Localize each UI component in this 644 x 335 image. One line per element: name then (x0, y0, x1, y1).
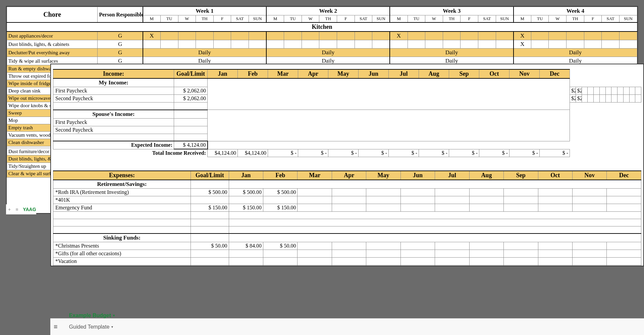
expense-month-cell[interactable] (366, 204, 400, 211)
expense-month-cell[interactable] (298, 258, 332, 265)
chore-cell[interactable] (372, 40, 390, 49)
expense-month-cell[interactable] (572, 258, 606, 265)
expense-row-label[interactable]: *Vacation (53, 258, 191, 265)
expense-month-cell[interactable] (298, 265, 332, 266)
chore-cell[interactable]: X (514, 40, 531, 49)
income-month-cell[interactable]: $2,062.00 (570, 87, 576, 95)
expense-month-cell[interactable] (607, 258, 641, 265)
expense-month-cell[interactable]: $ 150.00 (263, 204, 298, 211)
chore-cell[interactable] (584, 40, 602, 49)
expense-month-cell[interactable]: $ 500.00 (229, 188, 263, 196)
expense-month-cell[interactable] (366, 250, 400, 258)
expense-month-cell[interactable] (400, 196, 435, 204)
chore-cell[interactable] (443, 31, 461, 40)
income-month-cell[interactable] (611, 95, 618, 103)
expense-month-cell[interactable] (607, 242, 641, 250)
expense-month-cell[interactable] (504, 242, 538, 250)
income-month-cell[interactable] (618, 95, 624, 103)
expense-month-cell[interactable] (332, 204, 366, 211)
chore-cell[interactable] (531, 40, 549, 49)
chore-cell[interactable] (478, 40, 496, 49)
chore-cell[interactable] (337, 40, 355, 49)
expense-goal[interactable]: $ 500.00 (191, 188, 229, 196)
chore-cell[interactable] (602, 40, 620, 49)
chore-cell[interactable] (231, 40, 249, 49)
chore-daily[interactable]: Daily (266, 49, 390, 57)
expense-month-cell[interactable] (538, 258, 572, 265)
income-month-cell[interactable]: $2,062.00 (576, 95, 582, 103)
expense-month-cell[interactable] (332, 196, 366, 204)
chore-cell[interactable] (584, 31, 602, 40)
income-goal[interactable]: $ 2,062.00 (174, 87, 208, 95)
expense-goal[interactable] (191, 258, 229, 265)
chore-cell[interactable] (425, 40, 443, 49)
expense-month-cell[interactable] (435, 258, 469, 265)
chore-cell[interactable] (249, 40, 266, 49)
sheet-tab[interactable]: Guided Template ▾ (64, 321, 119, 333)
back-tab-active[interactable]: YAAG (23, 207, 36, 212)
expense-month-cell[interactable] (607, 250, 641, 258)
cell[interactable]: First Paycheck (53, 118, 174, 126)
expense-month-cell[interactable] (469, 265, 503, 266)
add-sheet-icon[interactable]: + (8, 207, 11, 212)
chore-name[interactable]: Dust blinds, lights, & cabinets (7, 40, 98, 49)
income-month-cell[interactable]: $2,062.00 (570, 95, 576, 103)
chore-cell[interactable] (213, 40, 231, 49)
chore-cell[interactable] (408, 40, 425, 49)
income-month-cell[interactable] (635, 87, 641, 95)
chore-cell[interactable] (619, 31, 637, 40)
chore-name[interactable]: Dust appliances/decor (7, 31, 98, 40)
expense-month-cell[interactable] (332, 258, 366, 265)
chore-cell[interactable] (337, 31, 355, 40)
expense-month-cell[interactable] (469, 258, 503, 265)
chore-daily[interactable]: Daily (390, 49, 513, 57)
chore-cell[interactable] (567, 40, 584, 49)
chore-cell[interactable] (372, 31, 390, 40)
expense-month-cell[interactable] (435, 250, 469, 258)
expense-row-label[interactable]: Annual Pet Checkup (53, 265, 191, 266)
income-goal[interactable]: $ 2,062.00 (174, 95, 208, 103)
chore-name[interactable]: Declutter/Put everything away (7, 49, 98, 57)
chore-cell[interactable] (355, 31, 372, 40)
expense-month-cell[interactable]: $ 50.00 (263, 242, 298, 250)
expense-month-cell[interactable] (504, 265, 538, 266)
expense-month-cell[interactable] (332, 242, 366, 250)
expense-month-cell[interactable] (469, 204, 503, 211)
chore-cell[interactable] (602, 31, 620, 40)
income-month-cell[interactable] (594, 87, 600, 95)
chore-cell[interactable] (160, 31, 178, 40)
expense-goal[interactable]: $ 17.00 (191, 265, 229, 266)
chore-cell[interactable] (143, 40, 161, 49)
expense-month-cell[interactable] (263, 258, 298, 265)
expense-month-cell[interactable] (504, 196, 538, 204)
expense-month-cell[interactable] (538, 204, 572, 211)
income-month-cell[interactable] (582, 95, 588, 103)
chore-cell[interactable]: X (514, 31, 531, 40)
expense-month-cell[interactable] (435, 196, 469, 204)
expense-month-cell[interactable] (607, 265, 641, 266)
expense-month-cell[interactable] (504, 204, 538, 211)
expense-row-label[interactable]: Emergency Fund (53, 204, 191, 211)
expense-month-cell[interactable] (400, 250, 435, 258)
chore-cell[interactable] (408, 31, 425, 40)
caret-down-icon[interactable]: ▾ (113, 314, 115, 317)
expense-month-cell[interactable]: $ 17.00 (263, 265, 298, 266)
chore-cell[interactable] (319, 40, 337, 49)
chore-cell[interactable] (178, 31, 196, 40)
chore-person[interactable]: G (98, 31, 143, 40)
income-month-cell[interactable] (635, 95, 641, 103)
expense-month-cell[interactable] (435, 188, 469, 196)
expense-month-cell[interactable] (572, 250, 606, 258)
expense-month-cell[interactable] (435, 204, 469, 211)
expense-goal[interactable] (191, 196, 229, 204)
expense-month-cell[interactable] (607, 188, 641, 196)
income-row-label[interactable]: First Paycheck (53, 87, 174, 95)
chore-cell[interactable] (531, 31, 549, 40)
chore-cell[interactable] (478, 31, 496, 40)
chore-cell[interactable] (302, 31, 319, 40)
expense-month-cell[interactable] (366, 265, 400, 266)
chore-daily[interactable]: Daily (514, 49, 637, 57)
cell[interactable]: Second Paycheck (53, 126, 174, 134)
chore-cell[interactable] (549, 31, 567, 40)
expense-month-cell[interactable] (332, 265, 366, 266)
